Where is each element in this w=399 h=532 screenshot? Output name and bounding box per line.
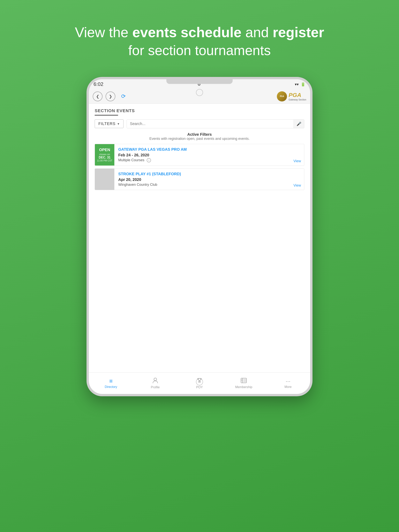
poy-label: POY (196, 386, 203, 389)
nav-item-more[interactable]: ··· More (266, 373, 310, 394)
event-2-status-badge (95, 169, 114, 190)
search-input[interactable] (127, 120, 294, 128)
event-1-close-time: 11:00 PM CST (97, 159, 112, 162)
filters-chevron-icon: ▼ (117, 122, 120, 125)
nav-item-profile[interactable]: Profile (133, 373, 177, 394)
event-1-details: GATEWAY PGA LAS VEGAS PRO AM Feb 24 - 26… (114, 144, 304, 165)
tablet-screen: 6:02 ⚙ ▾▾ 🔋 ❮ ❯ ⟳ PGA (89, 79, 310, 394)
event-2-name: STROKE PLAY #1 (STABLEFORD) (118, 172, 300, 176)
search-submit-button[interactable]: 🎤 (294, 120, 304, 128)
more-icon: ··· (286, 378, 290, 384)
event-2-venue: Winghaven Country Club (118, 183, 300, 187)
filters-row: FILTERS ▼ 🎤 (89, 119, 310, 132)
tablet-frame: 6:02 ⚙ ▾▾ 🔋 ❮ ❯ ⟳ PGA (86, 77, 313, 396)
directory-icon: ≡ (109, 378, 113, 384)
events-list: OPEN closes on DEC. 31 11:00 PM CST GATE… (89, 144, 310, 192)
section-events-title: SECTION EVENTS (89, 104, 310, 113)
pga-badge: PGA (277, 91, 287, 101)
search-container: 🎤 (127, 119, 304, 128)
event-2-view-link[interactable]: View (293, 184, 301, 188)
event-1-close-date: DEC. 31 (99, 156, 110, 159)
pga-logo: PGA PGA Gateway Section (277, 91, 306, 101)
pga-logo-text: PGA (289, 92, 306, 98)
refresh-button[interactable]: ⟳ (118, 92, 128, 101)
event-1-view-link[interactable]: View (293, 159, 301, 163)
event-1-info-icon[interactable]: i (147, 158, 151, 162)
event-2-venue-text: Winghaven Country Club (118, 183, 157, 187)
profile-icon (153, 378, 158, 385)
tablet-top-bar (166, 79, 233, 84)
hero-line1-bold2: register (273, 25, 324, 40)
directory-label: Directory (105, 385, 117, 389)
active-filters-section: Active Filters Events with registration … (89, 132, 310, 144)
wifi-icon: ▾▾ (295, 82, 299, 87)
back-icon: ❮ (96, 94, 99, 99)
svg-point-0 (154, 378, 157, 381)
forward-button[interactable]: ❯ (106, 92, 115, 101)
filters-button-label: FILTERS (98, 121, 116, 126)
event-1-venue: Multiple Courses i (118, 158, 300, 162)
event-1-venue-text: Multiple Courses (118, 158, 144, 162)
back-button[interactable]: ❮ (93, 92, 103, 101)
hero-line2: for section tournaments (75, 42, 324, 59)
event-1-status-badge: OPEN closes on DEC. 31 11:00 PM CST (95, 144, 114, 165)
battery-icon: 🔋 (301, 82, 305, 87)
status-time: 6:02 (94, 81, 103, 87)
hero-line1-mid: and (241, 25, 273, 40)
hero-line1-bold1: events schedule (132, 25, 241, 40)
status-icons: ▾▾ 🔋 (295, 82, 305, 87)
event-card-1: OPEN closes on DEC. 31 11:00 PM CST GATE… (95, 144, 304, 166)
event-card-2: STROKE PLAY #1 (STABLEFORD) Apr 20, 2020… (95, 168, 304, 190)
active-filters-desc: Events with registration open, past even… (95, 137, 304, 141)
event-1-dates: Feb 24 - 26, 2020 (118, 153, 300, 157)
tablet-camera (196, 89, 203, 96)
hero-line1-prefix: View the (75, 25, 132, 40)
nav-item-directory[interactable]: ≡ Directory (89, 373, 133, 394)
more-label: More (284, 385, 291, 389)
refresh-icon: ⟳ (121, 93, 126, 100)
event-1-status-text: OPEN (99, 148, 110, 152)
membership-label: Membership (235, 385, 252, 389)
event-2-dates: Apr 20, 2020 (118, 177, 300, 182)
event-1-name: GATEWAY PGA LAS VEGAS PRO AM (118, 147, 300, 152)
event-1-closes-label: closes on (99, 153, 110, 156)
nav-item-membership[interactable]: Membership (222, 373, 266, 394)
section-title-divider (95, 115, 118, 115)
microphone-icon: 🎤 (296, 122, 301, 126)
filters-button[interactable]: FILTERS ▼ (95, 119, 123, 128)
hero-section: View the events schedule and register fo… (75, 23, 324, 59)
membership-icon (241, 378, 247, 385)
active-filters-title: Active Filters (95, 132, 304, 137)
forward-icon: ❯ (109, 94, 112, 99)
tablet-home-button (196, 378, 203, 385)
main-content: SECTION EVENTS FILTERS ▼ 🎤 Active Filter… (89, 104, 310, 373)
profile-label: Profile (151, 386, 160, 389)
pga-section-text: Gateway Section (289, 98, 306, 101)
event-2-details: STROKE PLAY #1 (STABLEFORD) Apr 20, 2020… (114, 169, 304, 190)
